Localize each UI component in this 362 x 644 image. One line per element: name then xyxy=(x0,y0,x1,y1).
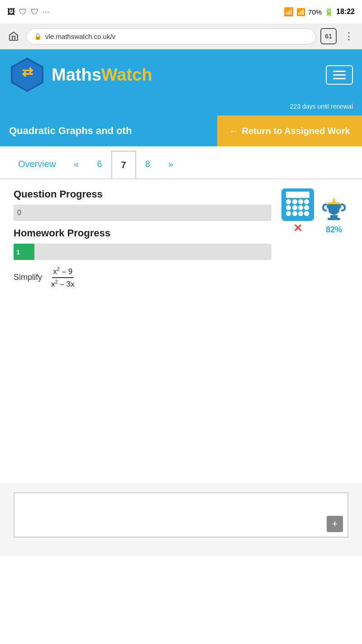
hamburger-line-2 xyxy=(333,74,346,76)
clock: 18:22 xyxy=(336,8,355,16)
status-bar: 🖼 🛡 🛡 ··· 📶 📶 70% 🔋 18:22 xyxy=(0,0,362,24)
calc-btn xyxy=(292,199,297,204)
logo-area: ⇄ MathsWatch xyxy=(9,57,152,93)
calc-btn xyxy=(298,205,303,210)
calc-btn xyxy=(304,211,309,216)
question-progress-value: 0 xyxy=(17,209,21,217)
page-8-link[interactable]: 8 xyxy=(136,151,159,178)
calc-btn xyxy=(286,199,291,204)
home-button[interactable] xyxy=(5,28,22,44)
url-bar[interactable]: 🔒 vle.mathswatch.co.uk/v xyxy=(26,29,316,44)
icons-area: ✕ 82% xyxy=(281,188,348,235)
calc-btn xyxy=(292,211,297,216)
shield-icon-2: 🛡 xyxy=(31,7,39,17)
renewal-text: 223 days until renewal xyxy=(290,103,353,110)
answer-box[interactable]: + xyxy=(14,492,348,538)
main-content: ✕ 82% Questi xyxy=(0,179,362,298)
site-header: ⇄ MathsWatch xyxy=(0,49,362,100)
calc-btn xyxy=(286,205,291,210)
calc-buttons xyxy=(286,199,309,216)
calc-btn xyxy=(298,199,303,204)
trophy-icon xyxy=(319,195,348,224)
wifi-icon: 📶 xyxy=(284,7,294,17)
tab-count[interactable]: 61 xyxy=(320,28,337,44)
fraction: x2 – 9 x2 – 3x xyxy=(51,266,75,288)
calculator-icon: ✕ xyxy=(281,188,314,235)
trophy-percent: 82% xyxy=(326,225,342,235)
fraction-numerator: x2 – 9 xyxy=(52,266,73,278)
homework-bar-fill: 1 xyxy=(14,244,34,260)
prev-link[interactable]: « xyxy=(65,151,88,178)
fraction-denominator: x2 – 3x xyxy=(51,278,75,289)
calc-screen xyxy=(286,192,309,198)
browser-chrome: 🔒 vle.mathswatch.co.uk/v 61 ⋮ xyxy=(0,24,362,49)
answer-section: + xyxy=(0,483,362,556)
homework-bar-value: 1 xyxy=(16,248,20,256)
spacer xyxy=(0,298,362,470)
return-button[interactable]: ← Return to Assigned Work xyxy=(217,115,362,146)
svg-rect-5 xyxy=(328,218,340,220)
browser-menu-button[interactable]: ⋮ xyxy=(341,29,357,44)
calc-btn xyxy=(298,211,303,216)
page-6-link[interactable]: 6 xyxy=(88,151,111,178)
logo-hex: ⇄ xyxy=(9,57,45,93)
page-7-link[interactable]: 7 xyxy=(111,151,136,178)
question-row: Simplify x2 – 9 x2 – 3x xyxy=(14,266,348,288)
homework-progress-bar: 1 xyxy=(14,244,272,260)
status-left: 🖼 🛡 🛡 ··· xyxy=(7,7,49,17)
svg-text:⇄: ⇄ xyxy=(22,64,33,79)
battery-icon: 🔋 xyxy=(324,8,333,16)
site-title: MathsWatch xyxy=(52,65,152,85)
svg-rect-4 xyxy=(330,215,338,218)
question-progress-title: Question Progress xyxy=(14,188,272,200)
trophy-area: 82% xyxy=(319,195,348,235)
arrow-left-icon: ← xyxy=(229,126,238,136)
calc-btn xyxy=(304,199,309,204)
lock-icon: 🔒 xyxy=(34,33,42,40)
calc-btn xyxy=(304,205,309,210)
question-progress-bar: 0 xyxy=(14,205,272,221)
simplify-label: Simplify xyxy=(14,273,42,282)
add-content-button[interactable]: + xyxy=(327,516,343,532)
topic-banner: Quadratic Graphs and oth ← Return to Ass… xyxy=(0,115,362,146)
next-link[interactable]: » xyxy=(159,151,182,178)
calc-btn xyxy=(286,211,291,216)
shield-icon: 🛡 xyxy=(19,7,27,17)
hamburger-line-1 xyxy=(333,71,346,72)
image-icon: 🖼 xyxy=(7,7,15,17)
battery-percent: 70% xyxy=(308,8,322,16)
progress-section: ✕ 82% Questi xyxy=(14,188,348,260)
calc-btn xyxy=(292,205,297,210)
renewal-bar: 223 days until renewal xyxy=(0,100,362,115)
overview-link[interactable]: Overview xyxy=(9,151,65,178)
status-right: 📶 📶 70% 🔋 18:22 xyxy=(284,7,355,17)
pagination: Overview « 6 7 8 » xyxy=(0,151,362,179)
more-icon: ··· xyxy=(43,7,49,17)
hamburger-menu[interactable] xyxy=(326,65,353,85)
signal-icon: 📶 xyxy=(296,8,305,16)
hamburger-line-3 xyxy=(333,78,346,79)
homework-progress-title: Homework Progress xyxy=(14,227,272,239)
url-text: vle.mathswatch.co.uk/v xyxy=(45,33,115,40)
topic-title: Quadratic Graphs and oth xyxy=(0,115,217,146)
calc-x-mark: ✕ xyxy=(281,222,314,235)
